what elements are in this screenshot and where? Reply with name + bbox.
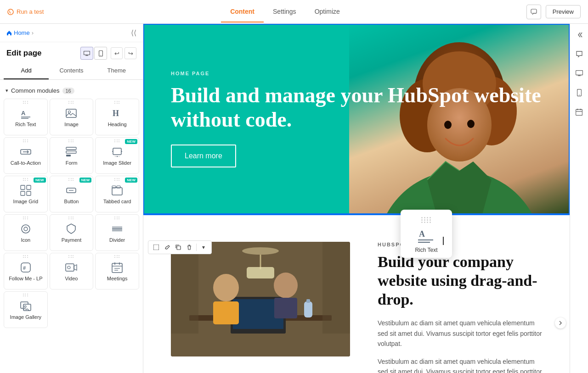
desktop-view-button[interactable] [80, 47, 93, 60]
module-form-label: Form [66, 160, 78, 166]
comment-button[interactable] [526, 5, 541, 19]
preview-button[interactable]: Preview [546, 5, 581, 18]
svg-point-36 [68, 266, 70, 269]
drag-handle-icon [68, 101, 74, 104]
redo-button[interactable]: ↪ [124, 47, 136, 59]
module-follow-me[interactable]: # Follow Me - LP [4, 253, 48, 289]
tab-content[interactable]: Content [221, 1, 264, 22]
module-icon[interactable]: Icon [4, 214, 48, 251]
hero-section: HOME PAGE Build and manage your HubSpot … [143, 24, 570, 214]
module-image-slider-label: Image Slider [103, 160, 131, 166]
edit-bar-delete-button[interactable] [184, 242, 194, 252]
top-bar-left: Run a test [7, 8, 44, 15]
svg-rect-14 [66, 155, 71, 156]
separator [196, 244, 197, 251]
svg-point-0 [8, 9, 13, 15]
module-divider[interactable]: Divider [95, 214, 139, 251]
module-tabbed-card[interactable]: NEW Tabbed card [95, 176, 139, 212]
collapse-sidebar-icon[interactable]: ⟨⟨ [131, 28, 136, 37]
tab-settings[interactable]: Settings [264, 1, 305, 22]
chevron-down-icon: ▾ [6, 88, 8, 94]
sidebar-tab-contents[interactable]: Contents [49, 62, 94, 79]
comment-right-icon[interactable] [573, 48, 586, 61]
smartphone-icon [577, 89, 582, 96]
drag-handle-icon [68, 178, 74, 181]
module-tabbed-card-label: Tabbed card [103, 199, 131, 205]
module-icon-label: Icon [21, 237, 30, 243]
mobile-right-icon[interactable] [573, 86, 586, 99]
svg-rect-55 [177, 246, 181, 250]
undo-button[interactable]: ↩ [111, 47, 123, 59]
module-image-slider[interactable]: NEW Image Slider [95, 137, 139, 174]
module-image-gallery[interactable]: Image Gallery [4, 291, 48, 328]
module-form[interactable]: Form [50, 137, 94, 174]
calendar-right-icon[interactable] [573, 106, 586, 118]
content-heading: Build your company website using drag-an… [378, 253, 542, 309]
image-module-icon [65, 107, 78, 120]
new-badge: NEW [34, 178, 46, 183]
module-payment[interactable]: Payment [50, 214, 94, 251]
module-cta[interactable]: Call-to-Action [4, 137, 48, 174]
module-payment-label: Payment [62, 237, 81, 243]
mobile-view-button[interactable] [94, 47, 107, 60]
copy-icon [175, 245, 181, 250]
svg-rect-12 [66, 147, 76, 150]
video-module-icon [65, 261, 78, 274]
svg-rect-20 [27, 185, 31, 189]
module-button-label: Button [64, 199, 79, 205]
module-meetings[interactable]: Meetings [95, 253, 139, 289]
pencil-icon [164, 245, 170, 250]
breadcrumb-home[interactable]: Home [14, 29, 30, 36]
image-gallery-module-icon [19, 300, 32, 312]
edit-bar-edit-button[interactable] [162, 242, 172, 252]
sidebar-tab-add[interactable]: Add [4, 62, 49, 79]
drag-handle-icon [23, 178, 28, 181]
run-test-button[interactable]: Run a test [7, 8, 44, 15]
edit-page-header: Edit page ↩ ↪ [0, 42, 143, 62]
modules-header[interactable]: ▾ Common modules 16 [4, 84, 139, 97]
module-video[interactable]: Video [50, 253, 94, 289]
svg-rect-69 [171, 242, 198, 334]
drag-handle-icon [114, 255, 120, 258]
image-grid-module-icon [19, 184, 32, 197]
new-badge: NEW [125, 139, 137, 144]
svg-rect-21 [21, 191, 25, 195]
rich-text-tooltip[interactable]: A Rich Text [401, 210, 452, 258]
svg-rect-2 [84, 51, 90, 55]
divider-module-icon [111, 223, 124, 235]
next-section-button[interactable] [555, 317, 566, 328]
tab-optimize[interactable]: Optimize [305, 1, 349, 22]
module-image-grid[interactable]: NEW Image Grid [4, 176, 48, 212]
svg-rect-37 [112, 263, 122, 273]
sidebar-tab-theme[interactable]: Theme [94, 62, 139, 79]
monitor-icon [576, 70, 583, 77]
desktop-right-icon[interactable] [573, 67, 586, 80]
svg-text:A: A [21, 110, 26, 117]
follow-me-module-icon: # [19, 261, 32, 274]
mobile-icon [99, 50, 103, 56]
hero-content: HOME PAGE Build and manage your HubSpot … [143, 48, 570, 191]
edit-bar-copy-button[interactable] [173, 242, 183, 252]
cursor-indicator [443, 237, 444, 245]
svg-rect-54 [153, 245, 159, 250]
module-heading[interactable]: H Heading [95, 99, 139, 135]
module-image[interactable]: Image [50, 99, 94, 135]
calendar-icon [576, 109, 582, 116]
home-icon [6, 30, 12, 36]
svg-point-71 [242, 247, 279, 255]
drag-handle-icon [68, 217, 74, 219]
canvas: HOME PAGE Build and manage your HubSpot … [143, 24, 570, 373]
module-button[interactable]: NEW Button [50, 176, 94, 212]
drag-handle-icon [23, 217, 28, 219]
new-badge: NEW [125, 178, 137, 183]
top-bar: Run a test Content Settings Optimize Pre… [0, 0, 588, 24]
breadcrumb-separator: › [32, 29, 34, 36]
hero-learn-more-button[interactable]: Learn more [171, 145, 236, 167]
module-cta-label: Call-to-Action [11, 160, 41, 166]
edit-bar-more-button[interactable]: ▾ [198, 242, 209, 252]
module-rich-text[interactable]: A Rich Text [4, 99, 48, 135]
svg-point-28 [22, 225, 30, 233]
drag-handle-icon [23, 139, 28, 142]
edit-bar-select-button[interactable] [151, 242, 161, 252]
collapse-right-icon[interactable] [573, 28, 586, 41]
